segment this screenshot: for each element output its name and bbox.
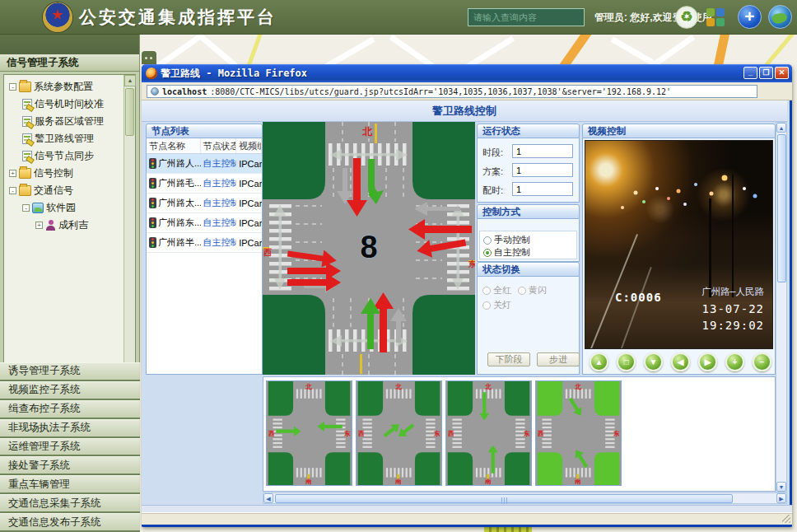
scroll-left-icon[interactable]: ◀ [263,493,273,503]
sidebar-item-交通信息采集子系统[interactable]: 交通信息采集子系统 [0,494,140,513]
phase-thumbnail-2[interactable]: 北西东南 [356,380,442,486]
sidebar-item-视频监控子系统[interactable]: 视频监控子系统 [0,381,140,400]
phase-thumbnail-4[interactable]: 北西东南 [535,380,622,486]
state-switch-option[interactable]: 黄闪 [518,284,547,296]
tree-scrollbar[interactable]: ▲ ▼ [124,75,135,394]
tree-scroll-up-icon[interactable]: ▲ [124,75,136,86]
sidebar-item-诱导管理子系统[interactable]: 诱导管理子系统 [0,362,140,381]
tree-expander-icon[interactable]: - [9,187,16,194]
ptz-right-button[interactable]: ▶ [698,352,717,371]
tree-item-系统参数配置[interactable]: -系统参数配置 [6,78,133,96]
ptz-zoom-out-button[interactable]: − [753,352,771,371]
tree-item-信号机时间校准[interactable]: 信号机时间校准 [6,96,133,113]
scroll-up-icon[interactable]: ▲ [776,123,786,133]
horizontal-scrollbar[interactable]: ◀ ▶ [263,492,787,504]
tree-item-交通信号[interactable]: -交通信号 [6,182,133,199]
tree-item-成利吉[interactable]: +成利吉 [6,217,133,234]
sidebar-system-title[interactable]: 信号管理子系统 [0,54,139,72]
node-table: 节点名称节点状态视频编号广州路人...自主控制IPCam6广州路毛...自主控制… [147,138,262,374]
run-status-input[interactable] [512,144,573,158]
vertical-scrollbar[interactable]: ▲ ▼ [776,122,787,492]
control-mode-option[interactable]: 自主控制 [483,246,573,259]
phase-thumbnail-1[interactable]: 北西东南 [266,380,352,486]
step-button[interactable]: 步进 [537,352,580,366]
camera-id-overlay: C:0006 [615,291,662,304]
control-mode-option[interactable]: 手动控制 [483,234,573,246]
node-name: 广州路太... [158,197,201,209]
tree-user-icon [45,220,56,231]
node-status-link[interactable]: 自主控制 [201,177,237,189]
node-status-link[interactable]: 自主控制 [201,236,237,249]
node-status-link[interactable]: 自主控制 [201,157,237,170]
refresh-icon[interactable]: ♻ [675,6,698,29]
close-button[interactable]: ✕ [775,67,789,79]
tree-item-信号控制[interactable]: +信号控制 [6,165,133,182]
state-switch-option[interactable]: 全红 [482,284,511,296]
tree-item-服务器区域管理[interactable]: 服务器区域管理 [6,113,133,130]
traffic-light-icon [149,158,156,169]
video-feed[interactable]: C:0006 广州路—人民路 13-07-22 19:29:02 [585,140,773,349]
ptz-left-button[interactable]: ◀ [671,352,690,371]
table-row[interactable]: 广州路人...自主控制IPCam6 [147,154,262,174]
svg-text:东: 东 [613,430,620,437]
horizontal-scroll-thumb[interactable] [275,494,733,503]
sidebar-collapse-tab[interactable] [142,51,156,64]
address-field[interactable]: localhost:8080/CTC-MICS/libs/utcs/guard.… [147,85,757,98]
radio-icon[interactable] [483,236,492,245]
url-bar: localhost:8080/CTC-MICS/libs/utcs/guard.… [142,82,792,100]
node-status-link[interactable]: 自主控制 [201,197,237,209]
svg-text:南: 南 [305,478,312,485]
tree-item-信号节点同步[interactable]: 信号节点同步 [6,147,133,165]
tree-expander-icon[interactable]: + [35,222,43,229]
maximize-button[interactable]: ❐ [759,67,773,79]
sidebar-item-缉查布控子系统[interactable]: 缉查布控子系统 [0,400,140,419]
resize-grip[interactable] [782,515,790,523]
scroll-right-icon[interactable]: ▶ [776,493,786,503]
state-switch-option[interactable]: 关灯 [482,299,511,311]
tree-scroll-thumb[interactable] [125,88,134,136]
node-status-link[interactable]: 自主控制 [201,217,237,229]
node-camera: IPCam10 [236,238,262,248]
tree-expander-icon[interactable]: - [9,83,16,91]
vertical-scroll-thumb[interactable] [777,134,786,282]
minimize-button[interactable]: _ [743,67,757,79]
run-status-input[interactable] [512,163,573,177]
sidebar-item-非现场执法子系统[interactable]: 非现场执法子系统 [0,419,140,438]
url-path: :8080/CTC-MICS/libs/utcs/guard.jsp?utcsI… [210,87,671,96]
add-icon[interactable]: + [738,5,762,29]
tree-item-软件园[interactable]: -软件园 [6,199,133,217]
ptz-stop-button[interactable]: □ [617,352,636,371]
ptz-stop-icon: □ [623,357,628,366]
search-input[interactable] [468,8,585,26]
table-row[interactable]: 广州路毛...自主控制IPCam7 [147,174,262,194]
ptz-zoom-in-button[interactable]: + [725,352,744,371]
phase-thumbnail-3[interactable]: 北西东南 [445,380,532,486]
apps-grid-icon[interactable] [706,8,725,26]
table-row[interactable]: 广州路太...自主控制IPCam8 [147,194,262,213]
ptz-up-button[interactable]: ▲ [590,352,608,371]
globe-icon[interactable] [768,5,792,29]
table-row[interactable]: 广州路东...自主控制IPCam9 [147,213,262,233]
window-statusbar [142,505,792,525]
ptz-down-button[interactable]: ▼ [644,352,663,371]
sidebar-item-接处警子系统[interactable]: 接处警子系统 [0,456,140,475]
radio-icon[interactable] [482,287,491,295]
sidebar-item-运维管理子系统[interactable]: 运维管理子系统 [0,438,140,457]
radio-icon[interactable] [482,301,491,310]
table-row[interactable]: 广州路半...自主控制IPCam10 [147,233,262,253]
sidebar-item-重点车辆管理[interactable]: 重点车辆管理 [0,475,140,494]
node-name: 广州路东... [158,217,201,229]
scroll-down-icon[interactable]: ▼ [776,482,786,492]
url-host: localhost [162,87,207,96]
tree-expander-icon[interactable]: - [22,204,30,212]
intersection-diagram: 北 东 西 8 [263,122,475,375]
window-titlebar[interactable]: 警卫路线 - Mozilla Firefox _ ❐ ✕ [142,64,792,82]
radio-icon[interactable] [518,287,526,295]
node-camera: IPCam9 [236,218,262,228]
sidebar-item-交通信息发布子系统[interactable]: 交通信息发布子系统 [0,513,140,532]
tree-expander-icon[interactable]: + [9,170,16,177]
run-status-input[interactable] [512,182,573,196]
tree-item-警卫路线管理[interactable]: 警卫路线管理 [6,130,133,147]
next-stage-button[interactable]: 下阶段 [487,352,530,366]
radio-icon[interactable] [483,249,492,257]
